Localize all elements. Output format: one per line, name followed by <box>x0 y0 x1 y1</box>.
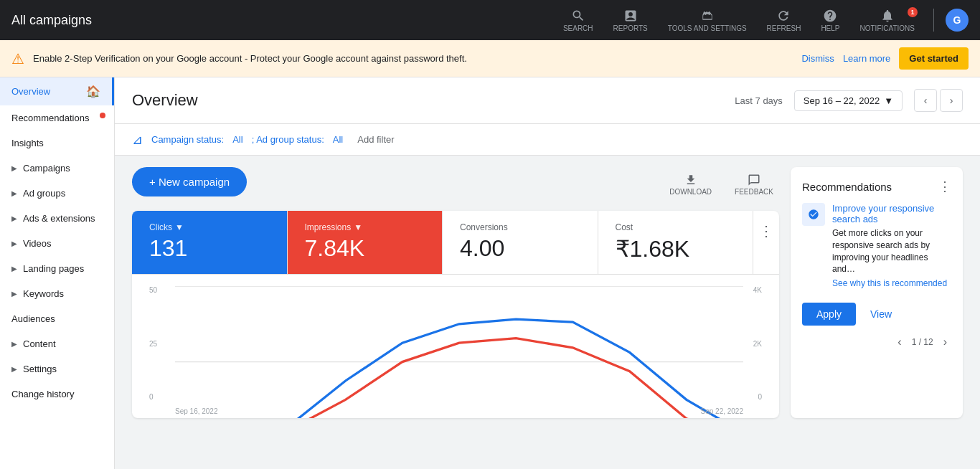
conversions-value: 4.00 <box>460 235 580 262</box>
date-nav-arrows: ‹ › <box>914 89 963 112</box>
right-panel: Recommendations ⋮ Improve your responsiv… <box>791 167 963 418</box>
content-area: Overview Last 7 days Sep 16 – 22, 2022 ▼… <box>115 77 980 469</box>
sidebar-item-ads-extensions[interactable]: ▶ Ads & extensions <box>0 206 114 231</box>
sidebar-label-campaigns: Campaigns <box>23 163 70 174</box>
y-right-2k: 2K <box>753 340 762 348</box>
sidebar-item-keywords[interactable]: ▶ Keywords <box>0 281 114 306</box>
sidebar-item-insights[interactable]: Insights <box>0 131 114 156</box>
conversions-label: Conversions <box>460 222 580 232</box>
impressions-label: Impressions ▼ <box>305 222 425 232</box>
sidebar-item-videos[interactable]: ▶ Videos <box>0 231 114 256</box>
notifications-nav-btn[interactable]: 1 NOTIFICATIONS <box>853 6 922 35</box>
download-button[interactable]: DOWNLOAD <box>664 171 717 199</box>
reports-label: REPORTS <box>613 24 648 32</box>
get-started-button[interactable]: Get started <box>899 47 969 70</box>
view-button[interactable]: View <box>862 303 900 326</box>
help-nav-btn[interactable]: HELP <box>814 6 847 35</box>
chart-y-labels-left: 50 25 0 <box>149 286 157 401</box>
alert-description: - Protect your Google account against pa… <box>245 53 467 64</box>
x-label-start: Sep 16, 2022 <box>175 407 218 415</box>
stats-more-button[interactable]: ⋮ <box>753 211 779 274</box>
user-avatar[interactable]: G <box>946 9 969 32</box>
help-label: HELP <box>821 24 839 32</box>
date-range-value: Sep 16 – 22, 2022 <box>804 95 880 106</box>
see-recommended-link[interactable]: See why this is recommended <box>832 278 951 288</box>
campaign-status-link[interactable]: All <box>232 134 242 145</box>
rec-pagination: ‹ 1 / 12 › <box>802 334 951 350</box>
sidebar-label-landing-pages: Landing pages <box>23 263 84 274</box>
chart-x-labels: Sep 16, 2022 Sep 22, 2022 <box>175 407 743 415</box>
filter-bar: ⊿ Campaign status: All ; Ad group status… <box>115 124 980 156</box>
learn-more-link[interactable]: Learn more <box>843 53 890 64</box>
reports-nav-btn[interactable]: REPORTS <box>606 6 655 35</box>
y-right-4k: 4K <box>753 286 762 294</box>
tools-nav-btn[interactable]: TOOLS AND SETTINGS <box>661 6 754 35</box>
filter-separator: ; Ad group status: <box>252 134 324 145</box>
ad-group-status-link[interactable]: All <box>333 134 343 145</box>
sidebar-item-overview[interactable]: Overview 🏠 <box>0 77 114 105</box>
sidebar-item-ad-groups[interactable]: ▶ Ad groups <box>0 181 114 206</box>
rec-more-button[interactable]: ⋮ <box>938 179 951 194</box>
recommendations-dot <box>100 113 105 118</box>
y-right-0: 0 <box>753 393 762 401</box>
main-layout: Overview 🏠 Recommendations Insights ▶ Ca… <box>0 77 980 469</box>
prev-rec-button[interactable]: ‹ <box>893 334 905 350</box>
rec-actions: Apply View <box>802 303 951 326</box>
clicks-value: 131 <box>149 235 270 262</box>
landing-chevron: ▶ <box>11 265 17 273</box>
sidebar-item-audiences[interactable]: Audiences <box>0 306 114 331</box>
dismiss-link[interactable]: Dismiss <box>801 53 834 64</box>
stats-card: Clicks ▼ 131 Impressions ▼ 7.84K <box>132 211 779 418</box>
clicks-label: Clicks ▼ <box>149 222 270 232</box>
keywords-chevron: ▶ <box>11 290 17 298</box>
sidebar-item-landing-pages[interactable]: ▶ Landing pages <box>0 256 114 281</box>
sidebar-item-change-history[interactable]: Change history <box>0 382 114 407</box>
sidebar-item-settings[interactable]: ▶ Settings <box>0 356 114 382</box>
left-panel: + New campaign DOWNLOAD FEEDBACK <box>132 167 779 418</box>
sidebar-label-keywords: Keywords <box>23 288 64 299</box>
rec-header: Recommendations ⋮ <box>802 179 951 194</box>
apply-button[interactable]: Apply <box>802 303 856 326</box>
sidebar-label-content: Content <box>23 338 56 349</box>
date-range-label: Last 7 days <box>735 95 783 106</box>
sidebar-label-settings: Settings <box>23 364 57 374</box>
main-content: + New campaign DOWNLOAD FEEDBACK <box>115 156 980 430</box>
filter-icon[interactable]: ⊿ <box>132 132 143 148</box>
filter-text: Campaign status: <box>151 134 224 145</box>
search-label: SEARCH <box>563 24 593 32</box>
sidebar-item-campaigns[interactable]: ▶ Campaigns <box>0 156 114 181</box>
add-filter-button[interactable]: Add filter <box>352 131 400 148</box>
cost-label: Cost <box>616 222 736 232</box>
rec-title: Recommendations <box>802 181 892 193</box>
prev-date-button[interactable]: ‹ <box>914 89 937 112</box>
next-rec-button[interactable]: › <box>939 334 951 350</box>
refresh-nav-btn[interactable]: REFRESH <box>760 6 809 35</box>
rec-item-title[interactable]: Improve your responsive search ads <box>832 203 951 224</box>
alert-text: Enable 2-Step Verification on your Googl… <box>33 53 793 64</box>
sidebar-item-content[interactable]: ▶ Content <box>0 331 114 356</box>
feedback-label: FEEDBACK <box>735 188 773 196</box>
impressions-dropdown-icon[interactable]: ▼ <box>354 222 362 232</box>
sidebar-label-insights: Insights <box>11 138 44 148</box>
search-nav-btn[interactable]: SEARCH <box>556 6 600 35</box>
clicks-dropdown-icon[interactable]: ▼ <box>175 222 184 232</box>
y-label-0: 0 <box>149 393 157 401</box>
next-date-button[interactable]: › <box>940 89 963 112</box>
refresh-label: REFRESH <box>767 24 801 32</box>
download-label: DOWNLOAD <box>669 188 712 196</box>
rec-item-icon <box>802 203 825 226</box>
sidebar-label-overview: Overview <box>11 86 50 97</box>
sidebar-item-recommendations[interactable]: Recommendations <box>0 105 114 131</box>
new-campaign-button[interactable]: + New campaign <box>132 167 247 196</box>
y-label-50: 50 <box>149 286 157 294</box>
action-row: + New campaign DOWNLOAD FEEDBACK <box>132 167 779 208</box>
notifications-label: NOTIFICATIONS <box>860 24 915 32</box>
conversions-stat: Conversions 4.00 <box>443 211 598 274</box>
sidebar-label-ad-groups: Ad groups <box>23 188 65 199</box>
impressions-line <box>175 338 743 418</box>
feedback-button[interactable]: FEEDBACK <box>729 171 779 199</box>
date-range-button[interactable]: Sep 16 – 22, 2022 ▼ <box>794 90 903 111</box>
chart-toolbar: DOWNLOAD FEEDBACK <box>664 171 779 199</box>
ad-groups-chevron: ▶ <box>11 189 17 197</box>
sidebar: Overview 🏠 Recommendations Insights ▶ Ca… <box>0 77 115 469</box>
